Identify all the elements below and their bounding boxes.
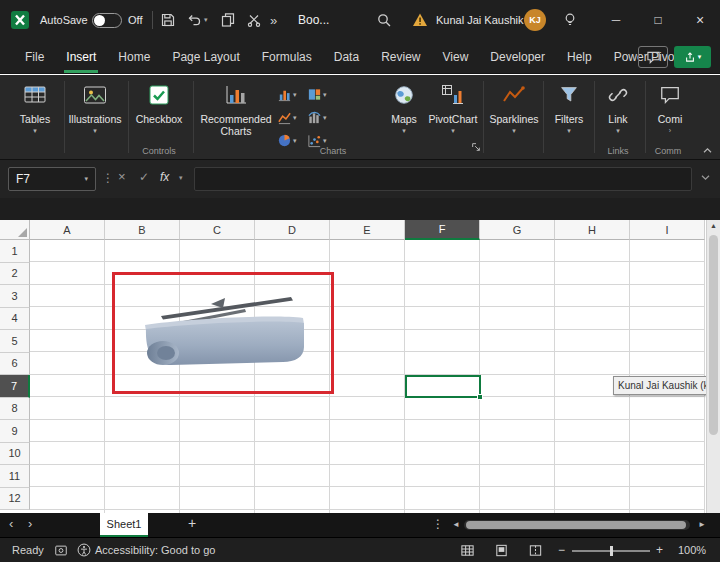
row-header-12[interactable]: 12	[0, 488, 30, 511]
horizontal-scrollbar-thumb[interactable]	[466, 521, 686, 529]
column-header-c[interactable]: C	[180, 220, 255, 240]
sheet-tab-sheet1[interactable]: Sheet1	[100, 513, 148, 537]
insert-statistic-chart-button[interactable]: ▾	[307, 106, 337, 129]
filters-button[interactable]: Filters ▾	[546, 80, 592, 135]
row-header-4[interactable]: 4	[0, 308, 30, 331]
save-button[interactable]	[160, 0, 176, 40]
accessibility-status[interactable]: Accessibility: Good to go	[95, 544, 215, 556]
vertical-scrollbar-thumb[interactable]	[709, 235, 718, 435]
active-cell-f7[interactable]	[405, 375, 481, 398]
tables-button[interactable]: Tables ▾	[8, 80, 62, 135]
hscroll-right-icon[interactable]: ►	[698, 520, 706, 529]
column-header-g[interactable]: G	[480, 220, 555, 240]
tab-view[interactable]: View	[432, 40, 480, 73]
sparklines-button[interactable]: Sparklines ▾	[486, 80, 542, 135]
row-header-8[interactable]: 8	[0, 398, 30, 421]
sheet-nav-left-icon[interactable]: ‹	[9, 516, 13, 531]
comments-button[interactable]	[638, 46, 668, 68]
insert-column-chart-button[interactable]: ▾	[277, 83, 307, 106]
fill-handle[interactable]	[477, 394, 483, 400]
chevron-down-icon[interactable]: ▾	[204, 16, 208, 24]
row-header-10[interactable]: 10	[0, 443, 30, 466]
link-button[interactable]: Link ▾	[596, 80, 640, 135]
macro-record-icon[interactable]	[54, 544, 68, 557]
column-header-d[interactable]: D	[255, 220, 330, 240]
paste-button[interactable]	[220, 0, 236, 40]
excel-logo-icon[interactable]	[10, 0, 30, 40]
column-header-f[interactable]: F	[405, 220, 480, 240]
comment-ribbon-button[interactable]: Comi ›	[648, 80, 692, 135]
row-header-7[interactable]: 7	[0, 375, 30, 398]
insert-line-chart-button[interactable]: ▾	[277, 106, 307, 129]
zoom-level[interactable]: 100%	[678, 544, 706, 556]
tab-home[interactable]: Home	[107, 40, 161, 73]
tab-insert[interactable]: Insert	[55, 40, 107, 73]
row-header-3[interactable]: 3	[0, 285, 30, 308]
minimize-button[interactable]: ─	[598, 0, 634, 40]
tab-formulas[interactable]: Formulas	[251, 40, 323, 73]
zoom-slider[interactable]	[572, 550, 650, 552]
user-name[interactable]: Kunal Jai Kaushik	[436, 0, 523, 40]
name-box[interactable]: F7 ▾	[8, 167, 96, 191]
share-button[interactable]: ▾	[674, 46, 711, 68]
undo-button[interactable]: ▾	[186, 0, 208, 40]
zoom-in-button[interactable]: +	[656, 543, 663, 557]
row-header-6[interactable]: 6	[0, 353, 30, 376]
maximize-button[interactable]: □	[640, 0, 676, 40]
cut-button[interactable]	[246, 0, 262, 40]
zoom-slider-thumb[interactable]	[610, 546, 613, 556]
pivotchart-button[interactable]: PivotChart ▾	[424, 80, 482, 135]
row-header-9[interactable]: 9	[0, 420, 30, 443]
checkbox-button[interactable]: Checkbox	[131, 80, 187, 125]
vertical-scrollbar[interactable]: ▲	[706, 220, 720, 513]
more-commands-icon[interactable]: »	[270, 0, 277, 40]
close-button[interactable]: ×	[682, 0, 718, 40]
column-header-b[interactable]: B	[105, 220, 180, 240]
tab-help[interactable]: Help	[556, 40, 603, 73]
tab-review[interactable]: Review	[370, 40, 431, 73]
normal-view-button[interactable]	[460, 543, 475, 558]
formula-input[interactable]	[194, 167, 692, 191]
tab-developer[interactable]: Developer	[479, 40, 556, 73]
formula-bar-grip-icon[interactable]: ⋮	[102, 171, 114, 185]
autosave-toggle[interactable]	[92, 0, 122, 40]
zoom-out-button[interactable]: −	[558, 543, 565, 557]
insert-function-icon[interactable]: fx	[160, 170, 169, 184]
cancel-icon[interactable]: ×	[118, 169, 126, 184]
row-header-5[interactable]: 5	[0, 330, 30, 353]
tab-data[interactable]: Data	[323, 40, 370, 73]
illustrations-button[interactable]: Illustrations ▾	[66, 80, 124, 135]
autosave-label: AutoSave	[40, 0, 88, 40]
page-layout-view-button[interactable]	[494, 543, 509, 558]
column-header-h[interactable]: H	[555, 220, 630, 240]
insert-hierarchy-chart-button[interactable]: ▾	[307, 83, 337, 106]
charts-dialog-launcher-icon[interactable]	[471, 142, 481, 152]
lightbulb-icon[interactable]	[562, 0, 578, 40]
page-break-view-button[interactable]	[528, 543, 543, 558]
column-header-e[interactable]: E	[330, 220, 405, 240]
avatar[interactable]: KJ	[524, 0, 546, 40]
recommended-charts-button[interactable]: Recommended Charts	[200, 80, 272, 137]
hscroll-left-icon[interactable]: ◄	[452, 520, 460, 529]
horizontal-scrollbar[interactable]	[464, 520, 690, 530]
warning-icon[interactable]	[412, 0, 428, 40]
column-header-a[interactable]: A	[30, 220, 105, 240]
tab-page-layout[interactable]: Page Layout	[161, 40, 250, 73]
add-sheet-button[interactable]: +	[188, 515, 196, 531]
tab-file[interactable]: File	[14, 40, 55, 73]
enter-icon[interactable]: ✓	[139, 170, 149, 184]
sheet-more-icon[interactable]: ⋮	[432, 517, 444, 531]
row-header-11[interactable]: 11	[0, 465, 30, 488]
selected-3d-model[interactable]	[112, 272, 334, 394]
row-header-2[interactable]: 2	[0, 263, 30, 286]
scroll-up-icon[interactable]: ▲	[707, 222, 720, 229]
select-all-button[interactable]	[0, 220, 30, 240]
chevron-down-icon[interactable]: ▾	[179, 174, 183, 182]
expand-formula-bar-icon[interactable]	[700, 174, 711, 181]
column-header-i[interactable]: I	[630, 220, 705, 240]
search-icon[interactable]	[376, 0, 392, 40]
sheet-nav-right-icon[interactable]: ›	[28, 516, 32, 531]
maps-button[interactable]: Maps ▾	[380, 80, 428, 135]
row-header-1[interactable]: 1	[0, 240, 30, 263]
collapse-ribbon-icon[interactable]	[702, 147, 713, 154]
